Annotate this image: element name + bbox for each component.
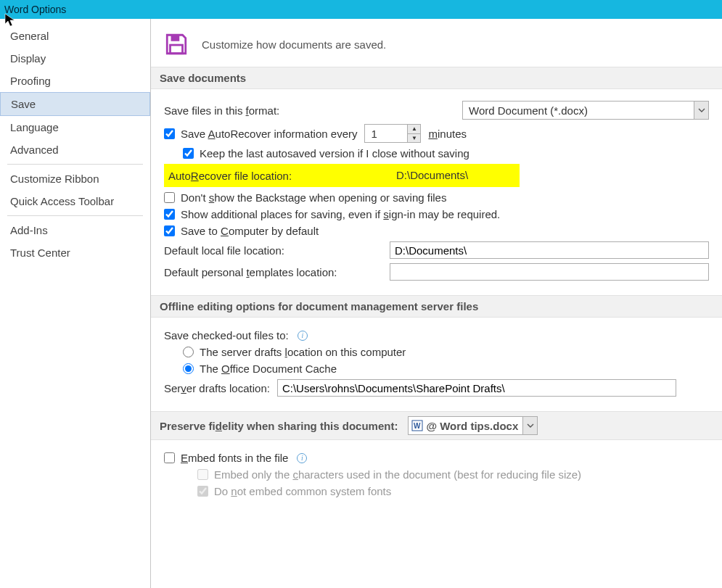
save-format-label: Save files in this format: [164,104,279,117]
show-additional-places-checkbox[interactable]: Show additional places for saving, even … [164,208,500,220]
svg-text:W: W [414,422,421,430]
server-drafts-location-input[interactable] [277,379,676,397]
sidebar-item-customize-ribbon[interactable]: Customize Ribbon [0,167,150,190]
save-to-computer-checkbox[interactable]: Save to Computer by default [164,225,319,237]
page-subtitle: Customize how documents are saved. [202,38,386,51]
sidebar-item-display[interactable]: Display [0,47,150,70]
save-format-dropdown[interactable]: Word Document (*.docx) [462,101,709,120]
sidebar-item-general[interactable]: General [0,25,150,47]
spinner-up-icon[interactable]: ▲ [408,125,420,134]
save-format-value: Word Document (*.docx) [463,102,694,119]
default-templates-location-label: Default personal templates location: [164,266,337,278]
minutes-label: minutes [428,128,467,140]
chevron-down-icon[interactable] [694,102,708,119]
sidebar-item-add-ins[interactable]: Add-Ins [0,219,150,241]
save-disk-icon [164,32,189,57]
sidebar-item-save[interactable]: Save [0,92,150,116]
word-options-window: Word Options General Display Proofing Sa… [0,0,722,588]
info-icon[interactable]: i [297,453,307,463]
info-icon[interactable]: i [298,331,308,341]
window-title: Word Options [4,4,66,15]
fidelity-document-name: @ Word tips.docx [426,420,518,432]
sidebar-item-quick-access-toolbar[interactable]: Quick Access Toolbar [0,190,150,212]
chevron-down-icon[interactable] [522,417,537,434]
server-drafts-location-label: Server drafts location: [164,382,270,394]
sidebar-item-language[interactable]: Language [0,116,150,138]
autorecover-checkbox[interactable]: Save AutoRecover information every [164,128,357,140]
sidebar-item-trust-center[interactable]: Trust Center [0,241,150,264]
section-fidelity-body: Embed fonts in the file i Embed only the… [151,440,722,512]
main-panel: Customize how documents are saved. Save … [151,19,722,588]
titlebar: Word Options [0,0,722,19]
section-offline-header: Offline editing options for document man… [151,295,722,318]
server-drafts-location-radio[interactable]: The server drafts location on this compu… [183,346,406,358]
sidebar-item-advanced[interactable]: Advanced [0,138,150,161]
autorecover-location-row: AutoRecover file location: D:\Documents\ [164,164,520,187]
embed-only-used-checkbox: Embed only the characters used in the do… [197,468,581,481]
do-not-embed-common-checkbox: Do not embed common system fonts [197,485,391,497]
sidebar-divider [7,164,143,165]
save-checked-out-label: Save checked-out files to: [164,329,289,341]
autorecover-location-value: D:\Documents\ [392,167,515,184]
default-local-location-label: Default local file location: [164,244,284,257]
office-document-cache-radio[interactable]: The Office Document Cache [183,363,337,375]
section-offline-body: Save checked-out files to: i The server … [151,318,722,411]
keep-last-autosaved-checkbox[interactable]: Keep the last autosaved version if I clo… [183,147,469,160]
fidelity-document-dropdown[interactable]: W @ Word tips.docx [408,416,538,435]
sidebar-item-proofing[interactable]: Proofing [0,70,150,92]
fidelity-heading-text: Preserve fidelity when sharing this docu… [160,420,398,432]
section-fidelity-header: Preserve fidelity when sharing this docu… [151,411,722,440]
autorecover-location-label: AutoRecover file location: [168,170,292,182]
autorecover-minutes-value: 1 [365,125,407,142]
default-local-location-input[interactable] [390,241,709,259]
default-templates-location-input[interactable] [390,263,709,281]
dont-show-backstage-checkbox[interactable]: Don't show the Backstage when opening or… [164,191,446,204]
autorecover-minutes-spinner[interactable]: 1 ▲ ▼ [364,124,421,143]
category-sidebar: General Display Proofing Save Language A… [0,19,151,588]
spinner-down-icon[interactable]: ▼ [408,134,420,143]
svg-rect-0 [171,35,180,41]
sidebar-divider [7,215,143,216]
section-save-documents-body: Save files in this format: Word Document… [151,89,722,295]
word-document-icon: W [411,420,423,431]
page-header: Customize how documents are saved. [151,28,722,67]
embed-fonts-checkbox[interactable]: Embed fonts in the file [164,452,288,464]
section-save-documents-header: Save documents [151,67,722,89]
svg-rect-1 [171,45,183,54]
